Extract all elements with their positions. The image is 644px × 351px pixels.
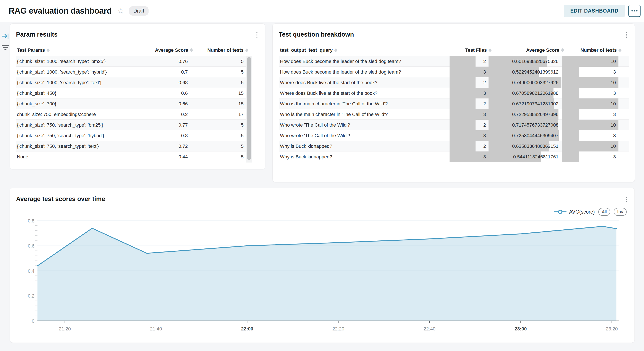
average-score-value: 0.8 (181, 130, 188, 141)
number-of-tests-value-minibar: 10 (562, 77, 618, 88)
edit-dashboard-button[interactable]: EDIT DASHBOARD (564, 5, 625, 17)
y-axis-tick-label: 0.2 (28, 293, 34, 299)
table-row: How does Buck become the leader of the s… (279, 56, 629, 67)
test-query-value: Where does Buck live at the start of the… (280, 88, 378, 98)
average-score-value-minibar: 0.7490000003327926 (488, 77, 561, 88)
average-score-value-minibar: 0.6258336480862151 (488, 141, 561, 151)
test-query-value: Who is the main character in 'The Call o… (280, 98, 388, 109)
area-chart[interactable]: 00.20.40.60.821:2021:4022:0022:2022:4023… (10, 188, 635, 343)
table-scrollbar-thumb[interactable] (247, 57, 251, 160)
number-of-tests-value: 17 (238, 109, 244, 120)
test-files-value-minibar: 2 (450, 141, 488, 151)
average-score-value-minibar: 0.7174576733727008 (488, 120, 561, 130)
x-axis-tick-label: 21:40 (150, 326, 162, 332)
table-row: Who is the main character in 'The Call o… (279, 98, 629, 109)
test-query-value: How does Buck become the leader of the s… (280, 67, 401, 77)
number-of-tests-value: 5 (241, 67, 244, 77)
filter-icon[interactable] (1, 44, 10, 51)
number-of-tests-value-minibar: 10 (562, 98, 618, 109)
column-header-test-query[interactable]: test_output_test_query (280, 44, 337, 56)
number-of-tests-value-minibar: 3 (562, 109, 618, 120)
table-row: {'chunk_size': 700}0.6615 (16, 98, 246, 109)
average-score-value-minibar: 0.5441113246811761 (488, 151, 561, 162)
average-score-value: 0.2 (181, 109, 188, 120)
x-axis-tick-label: 21:20 (59, 326, 71, 332)
card-menu-kebab-icon[interactable] (624, 30, 630, 39)
average-score-value: 0.6 (181, 88, 188, 98)
question-breakdown-card: Test question breakdown test_output_test… (272, 23, 635, 182)
table-row: {'chunk_size': 750, 'search_type': 'hybr… (16, 130, 246, 141)
column-header-test-files[interactable]: Test Files (465, 44, 492, 56)
y-axis-tick-label: 0.4 (28, 268, 34, 274)
y-axis-tick-label: 0 (32, 318, 34, 324)
number-of-tests-value-minibar: 3 (562, 67, 618, 77)
y-axis-tick-label: 0.8 (28, 218, 34, 224)
number-of-tests-value: 5 (241, 151, 244, 162)
test-params-value: {'chunk_size': 750, 'search_type': 'hybr… (17, 130, 104, 141)
test-query-value: Who is the main character in 'The Call o… (280, 109, 388, 120)
param-results-card: Param results Test Params Average Score … (10, 23, 265, 169)
table-row: Why is Buck kidnapped?30.544111324681176… (279, 151, 629, 162)
chart-card: Average test scores over time AVG(score)… (10, 188, 635, 343)
average-score-value-minibar: 0.6016938820675326 (488, 56, 561, 67)
column-header-average-score[interactable]: Average Score (526, 44, 564, 56)
x-axis-tick-label: 22:20 (332, 326, 344, 332)
average-score-value: 0.68 (178, 77, 188, 88)
table-row: {'chunk_size': 750, 'search_type': 'text… (16, 141, 246, 151)
y-axis-tick-label: 0.6 (28, 243, 34, 249)
average-score-value: 0.66 (178, 98, 188, 109)
card-menu-kebab-icon[interactable] (254, 30, 260, 39)
column-header-average-score[interactable]: Average Score (155, 44, 193, 56)
table-row: {'chunk_size': 1000, 'search_type': 'hyb… (16, 67, 246, 77)
sort-icon (618, 48, 622, 52)
test-params-value: {'chunk_size': 750, 'search_type': 'bm25… (17, 120, 103, 130)
test-query-value: Where does Buck live at the start of the… (280, 77, 378, 88)
test-files-value-minibar: 3 (450, 109, 488, 120)
average-score-value-minibar: 0.7253044446309407 (488, 130, 561, 141)
page-title: RAG evaluation dashboard (9, 6, 112, 15)
test-files-value-minibar: 2 (450, 77, 488, 88)
column-header-number-of-tests[interactable]: Number of tests (580, 44, 622, 56)
x-axis-tick-label: 23:20 (606, 326, 618, 332)
x-axis-tick-label: 22:00 (241, 326, 253, 332)
number-of-tests-value: 5 (241, 120, 244, 130)
number-of-tests-value: 5 (241, 141, 244, 151)
table-scrollbar-track (246, 56, 252, 163)
test-files-value-minibar: 2 (450, 56, 488, 67)
number-of-tests-value: 15 (238, 88, 244, 98)
test-params-value: {'chunk_size': 1000, 'search_type': 'hyb… (17, 67, 107, 77)
average-score-value: 0.7 (181, 67, 188, 77)
param-results-table-header: Test Params Average Score Number of test… (16, 44, 246, 56)
question-table-body: How does Buck become the leader of the s… (279, 56, 629, 162)
test-query-value: Why is Buck kidnapped? (280, 141, 332, 151)
test-params-value: None (17, 151, 28, 162)
number-of-tests-value: 5 (241, 77, 244, 88)
test-params-value: chunk_size: 750, embeddings:cohere (17, 109, 96, 120)
number-of-tests-value: 15 (238, 98, 244, 109)
question-table-header: test_output_test_query Test Files Averag… (279, 44, 629, 56)
x-axis-tick-label: 23:00 (514, 326, 527, 332)
sort-icon (488, 48, 492, 52)
table-row: Who wrote 'The Call of the Wild'?20.7174… (279, 120, 629, 130)
table-row: Why is Buck kidnapped?20.625833648086215… (279, 141, 629, 151)
dashboard-page: RAG evaluation dashboard ☆ Draft EDIT DA… (0, 0, 644, 351)
more-options-button[interactable] (628, 5, 640, 17)
average-score-value: 0.77 (178, 120, 188, 130)
table-row: {'chunk_size': 1000, 'search_type': 'bm2… (16, 56, 246, 67)
sort-icon (245, 48, 248, 52)
sort-icon (190, 48, 193, 52)
series-area-fill (38, 226, 616, 321)
test-files-value-minibar: 3 (450, 88, 488, 98)
collapse-panel-icon[interactable] (1, 32, 10, 40)
column-header-number-of-tests[interactable]: Number of tests (208, 44, 248, 56)
table-row: {'chunk_size': 750, 'search_type': 'bm25… (16, 120, 246, 130)
column-header-test-params[interactable]: Test Params (17, 44, 50, 56)
sort-icon (561, 48, 564, 52)
number-of-tests-value-minibar: 3 (562, 130, 618, 141)
sort-icon (334, 48, 337, 52)
average-score-value-minibar: 0.7229588826497396 (488, 109, 561, 120)
average-score-value: 0.44 (178, 151, 188, 162)
table-row: How does Buck become the leader of the s… (279, 67, 629, 77)
number-of-tests-value: 5 (241, 56, 244, 67)
favorite-star-icon[interactable]: ☆ (117, 7, 124, 15)
